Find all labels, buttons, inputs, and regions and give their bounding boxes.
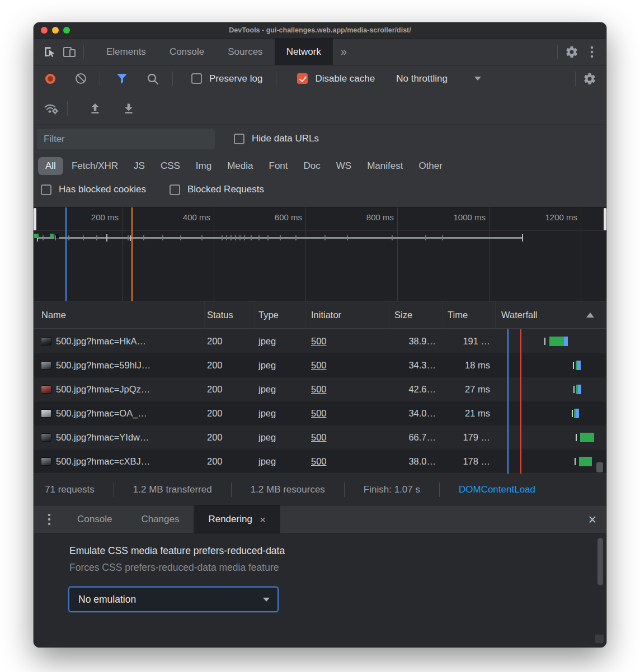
request-size: 42.6… <box>392 377 436 401</box>
sort-ascending-icon[interactable] <box>586 313 594 318</box>
tab-elements[interactable]: Elements <box>95 39 158 65</box>
export-har-icon[interactable] <box>119 98 139 119</box>
network-settings-gear-icon[interactable] <box>580 69 600 89</box>
overview-tick <box>222 235 223 240</box>
filter-pill-css[interactable]: CSS <box>153 157 187 175</box>
overview-tick <box>251 235 252 240</box>
request-type: jpeg <box>258 353 276 377</box>
overview-tick <box>239 235 241 240</box>
filter-pill-fetch-xhr[interactable]: Fetch/XHR <box>64 157 125 175</box>
initiator-link[interactable]: 500 <box>311 377 327 401</box>
has-blocked-cookies-label: Has blocked cookies <box>59 184 146 195</box>
column-header-initiator[interactable]: Initiator <box>311 301 341 328</box>
request-time: 191 … <box>445 329 490 353</box>
column-header-waterfall[interactable]: Waterfall <box>501 301 538 328</box>
blocked-requests-label: Blocked Requests <box>187 184 264 195</box>
column-header-name[interactable]: Name <box>41 301 66 328</box>
drawer-scrollbar-thumb[interactable] <box>597 538 603 585</box>
import-har-icon[interactable] <box>85 98 105 119</box>
network-conditions-toolbar <box>34 92 606 125</box>
hide-data-urls-checkbox[interactable] <box>234 134 244 144</box>
initiator-link[interactable]: 500 <box>311 425 327 449</box>
filter-pill-other[interactable]: Other <box>411 157 450 175</box>
drawer-menu-kebab-icon[interactable] <box>44 513 55 526</box>
filter-pill-font[interactable]: Font <box>262 157 295 175</box>
waterfall-start-tick <box>575 458 576 465</box>
main-menu-kebab-icon[interactable] <box>582 42 602 62</box>
more-tabs-button[interactable]: » <box>333 39 355 65</box>
drawer-tab-changes[interactable]: Changes <box>126 505 194 533</box>
drawer-tab-label: Rendering <box>208 505 252 533</box>
initiator-link[interactable]: 500 <box>311 401 327 425</box>
throttling-dropdown[interactable]: No throttling <box>396 73 481 84</box>
waterfall-bar <box>549 337 564 346</box>
waterfall-bar <box>579 457 592 466</box>
close-tab-icon[interactable]: × <box>260 514 266 525</box>
initiator-link[interactable]: 500 <box>311 353 327 377</box>
has-blocked-cookies-checkbox[interactable] <box>41 184 51 195</box>
filter-pill-doc[interactable]: Doc <box>297 157 328 175</box>
waterfall-start-tick <box>573 362 574 369</box>
load-time-line <box>131 207 133 301</box>
emulation-select-value: No emulation <box>78 594 136 605</box>
request-size: 38.0… <box>392 449 436 474</box>
close-drawer-icon[interactable]: × <box>588 513 596 527</box>
overview-tick <box>280 235 281 240</box>
device-toolbar-button[interactable] <box>59 42 79 62</box>
divider <box>276 72 276 86</box>
tab-sources[interactable]: Sources <box>216 39 274 65</box>
tab-console[interactable]: Console <box>158 39 216 65</box>
filter-input[interactable] <box>37 129 215 149</box>
overview-tick <box>347 235 348 240</box>
network-conditions-icon[interactable] <box>41 98 62 119</box>
request-time: 179 … <box>445 425 490 449</box>
waterfall-start-tick <box>572 410 573 417</box>
type-filter-pills: All Fetch/XHR JS CSS Img Media Font Doc … <box>38 157 451 175</box>
main-tabbar: Elements Console Sources Network » <box>34 39 606 65</box>
overview-tick <box>244 235 245 240</box>
filter-pill-manifest[interactable]: Manifest <box>360 157 410 175</box>
filter-funnel-icon[interactable] <box>116 69 128 89</box>
request-name: 500.jpg?hmac=YIdw… <box>56 425 198 449</box>
file-thumbnail <box>41 385 51 394</box>
column-header-type[interactable]: Type <box>258 301 279 328</box>
initiator-link[interactable]: 500 <box>311 449 327 474</box>
tab-network[interactable]: Network <box>275 39 333 65</box>
filter-pill-ws[interactable]: WS <box>329 157 359 175</box>
request-status: 200 <box>207 377 223 401</box>
column-header-size[interactable]: Size <box>394 301 412 328</box>
waterfall-start-tick <box>544 338 545 345</box>
record-button[interactable] <box>45 74 55 84</box>
emulation-select[interactable]: No emulation <box>68 586 279 612</box>
table-header: Name Status Type Initiator Size Time Wat… <box>34 301 606 329</box>
network-overview[interactable]: 200 ms 400 ms 600 ms 800 ms 1000 ms 1200… <box>34 207 606 301</box>
inspect-element-button[interactable] <box>39 42 59 62</box>
initiator-link[interactable]: 500 <box>311 329 327 353</box>
overview-tick <box>143 235 144 240</box>
drawer-tab-console[interactable]: Console <box>63 505 126 533</box>
emulate-feature-subtitle: Forces CSS prefers-reduced-data media fe… <box>69 562 279 574</box>
rendering-panel: Emulate CSS media feature prefers-reduce… <box>34 534 606 647</box>
request-time: 21 ms <box>445 401 490 425</box>
divider <box>83 45 84 59</box>
blocked-requests-checkbox[interactable] <box>170 184 180 195</box>
column-header-status[interactable]: Status <box>207 301 233 328</box>
overview-tick <box>295 235 297 240</box>
clear-requests-button[interactable] <box>76 73 86 84</box>
table-scrollbar-thumb[interactable] <box>596 462 603 472</box>
disable-cache-checkbox[interactable] <box>297 73 308 84</box>
search-icon[interactable] <box>147 69 159 89</box>
overview-green-block <box>34 234 39 238</box>
column-header-time[interactable]: Time <box>448 301 468 328</box>
overview-tick <box>324 235 326 240</box>
overview-activity[interactable] <box>34 207 606 301</box>
filter-pill-js[interactable]: JS <box>126 157 152 175</box>
waterfall-load-line <box>520 329 521 474</box>
preserve-log-checkbox[interactable] <box>191 73 202 84</box>
settings-gear-icon[interactable] <box>562 42 582 62</box>
filter-pill-media[interactable]: Media <box>220 157 260 175</box>
filter-pill-all[interactable]: All <box>38 157 63 175</box>
disable-cache-label: Disable cache <box>315 73 375 84</box>
filter-pill-img[interactable]: Img <box>189 157 219 175</box>
drawer-tab-rendering[interactable]: Rendering × <box>194 505 280 533</box>
